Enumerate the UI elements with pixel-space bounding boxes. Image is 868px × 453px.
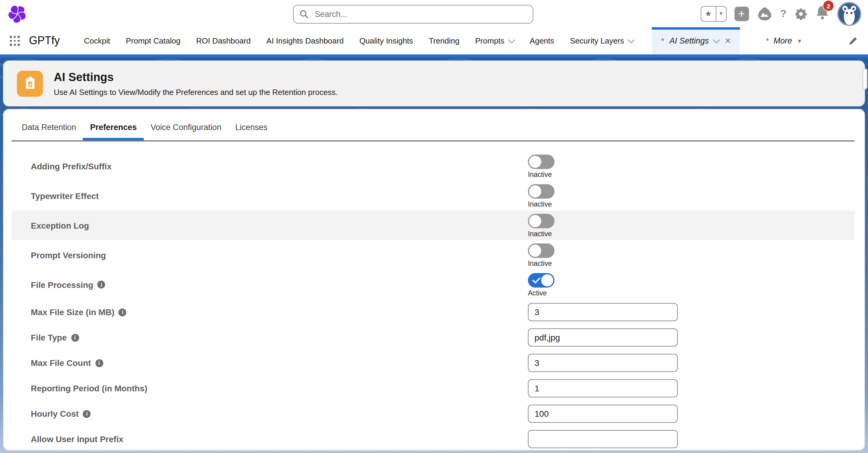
nav-item-agents[interactable]: Agents <box>530 36 554 45</box>
setting-label: Allow User Input Prefix <box>31 434 124 444</box>
gptfy-pinwheel-logo-icon <box>7 4 27 24</box>
trailhead-button[interactable] <box>756 6 772 21</box>
setting-label: Adding Prefix/Suffix <box>31 161 112 171</box>
file-type-input[interactable] <box>528 329 678 346</box>
info-icon[interactable]: i <box>98 281 105 288</box>
nav-item-cockpit[interactable]: Cockpit <box>84 36 110 45</box>
unsaved-asterisk: * <box>766 36 769 45</box>
tab-data-retention[interactable]: Data Retention <box>22 123 76 132</box>
more-tab-label: More <box>773 36 792 45</box>
toggle-state-label: Inactive <box>528 230 555 237</box>
favorites-dropdown-button[interactable]: ▼ <box>716 6 726 21</box>
nav-tab-more[interactable]: * More ▼ <box>766 36 803 45</box>
nav-items: Cockpit Prompt Catalog ROI Dashboard AI … <box>84 27 802 54</box>
toggle-prompt-versioning[interactable] <box>528 243 555 258</box>
favorites-group: ★ ▼ <box>701 6 726 22</box>
app-launcher-icon[interactable] <box>10 36 20 46</box>
setting-label: Exception Log <box>31 221 89 230</box>
page-header-card: AI Settings Use AI Settings to View/Modi… <box>3 60 865 107</box>
nav-item-prompts[interactable]: Prompts <box>475 36 514 45</box>
gear-icon <box>794 7 808 20</box>
page-description: Use AI Settings to View/Modify the Prefe… <box>54 87 338 96</box>
nav-item-label: Quality Insights <box>360 36 413 45</box>
utility-bar: ★ ▼ + ? 2 <box>0 0 868 27</box>
nav-item-quality-insights[interactable]: Quality Insights <box>360 36 413 45</box>
global-actions-button[interactable]: + <box>734 6 749 21</box>
settings-card: Data Retention Preferences Voice Configu… <box>3 109 865 451</box>
plus-icon: + <box>738 8 745 19</box>
search-icon <box>300 10 309 19</box>
chevron-down-icon <box>508 36 515 43</box>
tab-voice-configuration[interactable]: Voice Configuration <box>151 123 221 132</box>
toggle-state-label: Inactive <box>528 259 555 267</box>
nav-tab-ai-settings-active[interactable]: * AI Settings ✕ <box>652 27 740 54</box>
nav-item-security-layers[interactable]: Security Layers <box>570 36 633 45</box>
settings-tabs: Data Retention Preferences Voice Configu… <box>4 110 864 140</box>
trailhead-icon <box>756 6 772 21</box>
setting-label: Max File Count i <box>31 358 103 368</box>
setting-label: Reporting Period (in Months) <box>31 384 147 393</box>
toggle-control: Inactive <box>528 154 555 178</box>
setting-label: Prompt Versioning <box>31 250 106 260</box>
setting-row-max-file-size: Max File Size (in MB) i <box>11 300 855 325</box>
brand-accent-strip <box>0 54 868 57</box>
toggle-state-label: Inactive <box>528 171 555 178</box>
tab-licenses[interactable]: Licenses <box>235 123 268 132</box>
scrollbar-thumb[interactable] <box>863 68 867 89</box>
setup-button[interactable] <box>794 7 808 20</box>
toggle-adding-prefix-suffix[interactable] <box>528 154 555 169</box>
setting-label: Max File Size (in MB) i <box>31 307 127 317</box>
ai-settings-object-icon <box>17 70 43 96</box>
nav-item-label: AI Insights Dashboard <box>267 36 344 45</box>
nav-item-label: Agents <box>530 36 554 45</box>
pencil-icon <box>849 36 858 45</box>
notifications-button[interactable]: 2 <box>815 5 829 22</box>
page-title: AI Settings <box>54 70 338 84</box>
nav-item-label: Cockpit <box>84 36 110 45</box>
toggle-state-label: Active <box>528 289 555 296</box>
setting-row-hourly-cost: Hourly Cost i <box>11 401 855 426</box>
chevron-down-icon <box>628 36 635 43</box>
setting-row-typewriter-effect: Typewriter Effect Inactive <box>11 181 855 210</box>
max-file-size-input[interactable] <box>528 303 678 321</box>
setting-label: File Processing i <box>31 280 105 289</box>
app-name: GPTfy <box>29 34 60 47</box>
search-input[interactable] <box>313 9 527 19</box>
nav-item-trending[interactable]: Trending <box>429 36 460 45</box>
page-header-text: AI Settings Use AI Settings to View/Modi… <box>54 70 338 96</box>
allow-user-input-prefix-input[interactable] <box>528 430 678 448</box>
edit-nav-button[interactable] <box>849 36 858 45</box>
setting-row-file-processing: File Processing i Active <box>11 270 855 300</box>
info-icon[interactable]: i <box>71 334 79 341</box>
favorite-star-button[interactable]: ★ <box>701 6 716 21</box>
unsaved-asterisk: * <box>661 36 664 45</box>
toggle-typewriter-effect[interactable] <box>528 184 555 198</box>
toggle-exception-log[interactable] <box>528 214 555 228</box>
info-icon[interactable]: i <box>119 308 127 316</box>
nav-item-prompt-catalog[interactable]: Prompt Catalog <box>126 36 181 45</box>
nav-bar: GPTfy Cockpit Prompt Catalog ROI Dashboa… <box>0 27 868 54</box>
caret-down-icon: ▼ <box>718 11 723 16</box>
toggle-state-label: Inactive <box>528 200 555 207</box>
tab-preferences[interactable]: Preferences <box>90 123 137 132</box>
utility-icons: ★ ▼ + ? 2 <box>701 0 861 27</box>
setting-row-prompt-versioning: Prompt Versioning Inactive <box>11 240 855 270</box>
toggle-control: Inactive <box>528 184 555 207</box>
nav-item-label: Security Layers <box>570 36 624 45</box>
info-icon[interactable]: i <box>95 359 103 367</box>
reporting-period-input[interactable] <box>528 379 678 397</box>
max-file-count-input[interactable] <box>528 354 678 372</box>
setting-row-file-type: File Type i <box>11 325 855 350</box>
help-button[interactable]: ? <box>780 7 786 20</box>
toggle-control: Active <box>528 273 555 296</box>
app-window: ★ ▼ + ? 2 <box>0 0 868 453</box>
toggle-file-processing[interactable] <box>528 273 555 287</box>
close-tab-icon[interactable]: ✕ <box>724 36 731 45</box>
info-icon[interactable]: i <box>83 410 91 418</box>
nav-item-roi-dashboard[interactable]: ROI Dashboard <box>196 36 251 45</box>
hourly-cost-input[interactable] <box>528 405 678 423</box>
nav-item-ai-insights-dashboard[interactable]: AI Insights Dashboard <box>267 36 344 45</box>
active-tab-label: AI Settings <box>669 36 709 45</box>
user-avatar[interactable] <box>837 1 861 26</box>
toggle-control: Inactive <box>528 214 555 237</box>
